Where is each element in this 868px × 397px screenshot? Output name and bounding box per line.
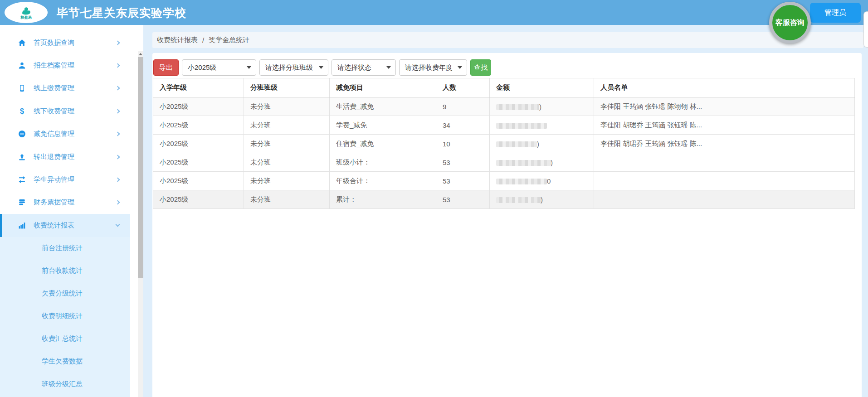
breadcrumb: 收费统计报表 / 奖学金总统计 [152, 32, 863, 48]
breadcrumb-separator: / [202, 36, 204, 44]
class-select[interactable]: 请选择分班班级 [259, 59, 328, 76]
sidebar-item[interactable]: 招生档案管理 [0, 54, 130, 77]
sidebar-item-label: 转出退费管理 [34, 153, 74, 161]
cell-grade: 小2025级 [153, 153, 244, 172]
status-select[interactable]: 请选择状态 [332, 59, 396, 76]
cell-item: 年级合计： [330, 172, 436, 190]
cell-names [594, 172, 855, 190]
table-row: 小2025级 未分班 累计： 53 ) [153, 190, 855, 209]
redacted-amount [496, 160, 551, 166]
sidebar-submenu: 前台注册统计 前台收款统计 欠费分级统计 收费明细统计 收费汇总统计 学生欠费数… [0, 237, 130, 397]
col-header-class: 分班班级 [244, 78, 330, 97]
grade-select-value: 小2025级 [188, 63, 216, 72]
sidebar-item[interactable]: 转出退费管理 [0, 145, 130, 168]
cell-class: 未分班 [244, 153, 330, 172]
chevron-right-icon [116, 86, 120, 91]
sidebar-subitem[interactable]: 前台注册统计 [0, 237, 130, 260]
col-header-amount: 金额 [490, 78, 594, 97]
cell-item: 生活费_减免 [330, 97, 436, 116]
sidebar-subitem[interactable]: 欠费分级统计 [0, 282, 130, 305]
table-row: 小2025级 未分班 生活费_减免 9 ) 李佳阳 王筠涵 张钰瑶 陈翊翎 林.… [153, 97, 855, 116]
export-button[interactable]: 导出 [153, 59, 179, 76]
sidebar-item[interactable]: $ 线下收费管理 [0, 100, 130, 122]
home-icon [18, 39, 26, 47]
chevron-down-icon [116, 222, 120, 227]
sidebar-item-label: 学生异动管理 [34, 175, 74, 184]
year-select[interactable]: 请选择收费年度 [399, 59, 467, 76]
cell-item: 住宿费_减免 [330, 135, 436, 153]
chevron-right-icon [116, 40, 120, 45]
scholarship-summary-table: 入学年级 分班班级 减免项目 人数 金额 人员名单 小2025级 未分班 生活费… [153, 78, 855, 209]
cell-class: 未分班 [244, 135, 330, 153]
redacted-amount [496, 141, 537, 147]
chevron-right-icon [116, 109, 120, 113]
caret-down-icon [319, 66, 323, 69]
sidebar-item-label: 减免信息管理 [34, 130, 74, 138]
chevron-right-icon [116, 200, 120, 205]
sidebar-nav: 首页数据查询 招生档案管理 线上缴费管理 $ 线下收费管理 [0, 25, 143, 397]
bar-chart-icon [18, 222, 26, 229]
class-select-placeholder: 请选择分班班级 [265, 63, 313, 72]
cell-grade: 小2025级 [153, 116, 244, 135]
col-header-count: 人数 [436, 78, 490, 97]
main-content: 收费统计报表 / 奖学金总统计 导出 小2025级 请选择分班班级 请选择状态 … [143, 25, 868, 397]
stack-icon [18, 198, 26, 206]
cell-amount: ) [490, 135, 594, 153]
sidebar-item-label: 首页数据查询 [34, 39, 74, 47]
school-logo: 校盈易 [5, 2, 48, 23]
customer-service-label: 客服咨询 [775, 18, 805, 28]
side-panel-handle[interactable] [863, 11, 868, 48]
cell-count: 53 [436, 153, 490, 172]
sidebar-item[interactable]: 财务票据管理 [0, 191, 130, 214]
search-button[interactable]: 查找 [470, 59, 491, 76]
sidebar-item[interactable]: 减免信息管理 [0, 123, 130, 145]
chevron-right-icon [116, 178, 120, 182]
scroll-up-arrow-icon[interactable] [138, 51, 143, 57]
cell-item: 累计： [330, 190, 436, 209]
sidebar-item[interactable]: 首页数据查询 [0, 31, 130, 54]
sidebar-scrollbar[interactable] [138, 51, 143, 397]
customer-service-button[interactable]: 客服咨询 [769, 2, 811, 44]
redacted-amount [496, 123, 547, 129]
sidebar-subitem[interactable]: 学生欠费数据 [0, 350, 130, 373]
sidebar-subitem[interactable]: 前台收款统计 [0, 260, 130, 282]
col-header-grade: 入学年级 [153, 78, 244, 97]
sidebar-item[interactable]: 收费统计报表 [0, 214, 130, 237]
cell-amount: ) [490, 153, 594, 172]
sidebar-subitem[interactable]: 收费汇总统计 [0, 328, 130, 350]
svg-text:$: $ [20, 107, 24, 115]
cell-amount: ) [490, 97, 594, 116]
app-header: 校盈易 毕节七星关东辰实验学校 [0, 0, 868, 25]
caret-down-icon [386, 66, 391, 69]
col-header-item: 减免项目 [330, 78, 436, 97]
chevron-right-icon [116, 63, 120, 68]
minus-circle-icon [18, 130, 26, 138]
cell-count: 10 [436, 135, 490, 153]
grade-select[interactable]: 小2025级 [182, 59, 256, 76]
admin-button[interactable]: 管理员 [810, 3, 861, 23]
sidebar-item[interactable]: 线上缴费管理 [0, 77, 130, 100]
redacted-amount [496, 197, 541, 203]
caret-down-icon [458, 66, 462, 69]
caret-down-icon [247, 66, 251, 69]
cell-class: 未分班 [244, 97, 330, 116]
cell-item: 学费_减免 [330, 116, 436, 135]
user-icon [18, 62, 26, 69]
sidebar-item-label: 财务票据管理 [34, 198, 74, 207]
cell-names: 李佳阳 胡珺乔 王筠涵 张钰瑶 陈... [594, 135, 855, 153]
cell-count: 9 [436, 97, 490, 116]
cell-count: 53 [436, 190, 490, 209]
table-row: 小2025级 未分班 学费_减免 34 李佳阳 胡珺乔 王筠涵 张钰瑶 陈... [153, 116, 855, 135]
cell-grade: 小2025级 [153, 135, 244, 153]
sidebar-subitem[interactable]: 收费明细统计 [0, 305, 130, 328]
scrollbar-thumb[interactable] [138, 57, 143, 278]
cell-item: 班级小计： [330, 153, 436, 172]
sidebar-item[interactable]: 学生异动管理 [0, 168, 130, 191]
swan-logo-icon [20, 6, 32, 16]
cell-amount: 0 [490, 172, 594, 190]
cell-names: 李佳阳 胡珺乔 王筠涵 张钰瑶 陈... [594, 116, 855, 135]
sidebar-subitem[interactable]: 班级分级汇总 [0, 373, 130, 396]
cell-names [594, 153, 855, 172]
content-card: 导出 小2025级 请选择分班班级 请选择状态 请选择收费年度 查找 [152, 53, 862, 397]
school-name-title: 毕节七星关东辰实验学校 [57, 5, 186, 20]
